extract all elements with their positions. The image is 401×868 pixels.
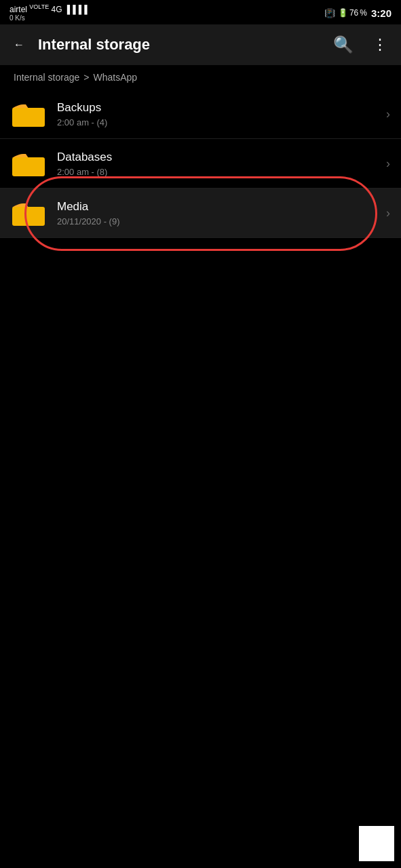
toolbar: ← Internal storage 🔍 ⋮ xyxy=(0,24,401,65)
clock: 3:20 xyxy=(371,7,392,19)
chevron-right-icon: › xyxy=(386,157,390,171)
file-name: Media xyxy=(57,200,386,214)
status-right: 📳 🔋76% 3:20 xyxy=(324,7,392,19)
list-item[interactable]: Backups 2:00 am - (4) › xyxy=(0,90,401,139)
battery-level: 76 xyxy=(349,8,358,18)
folder-icon xyxy=(11,99,46,129)
carrier-label: airtel VOLTE 4G ▐▐▐▐ xyxy=(9,3,88,14)
folder-icon xyxy=(11,149,46,178)
breadcrumb-separator: > xyxy=(83,72,89,83)
file-info: Media 20/11/2020 - (9) xyxy=(57,200,386,226)
status-icons: 📳 🔋76% xyxy=(324,8,367,18)
status-left: airtel VOLTE 4G ▐▐▐▐ 0 K/s xyxy=(9,3,88,22)
status-bar: airtel VOLTE 4G ▐▐▐▐ 0 K/s 📳 🔋76% 3:20 xyxy=(0,0,401,24)
svg-rect-2 xyxy=(12,207,45,226)
chevron-right-icon: › xyxy=(386,206,390,220)
breadcrumb: Internal storage > WhatsApp xyxy=(0,65,401,90)
file-info: Backups 2:00 am - (4) xyxy=(57,101,386,127)
file-info: Databases 2:00 am - (8) xyxy=(57,151,386,177)
file-meta: 2:00 am - (4) xyxy=(57,117,386,127)
file-meta: 2:00 am - (8) xyxy=(57,167,386,177)
file-name: Databases xyxy=(57,151,386,164)
list-item[interactable]: Databases 2:00 am - (8) › xyxy=(0,139,401,189)
network-speed: 0 K/s xyxy=(9,14,88,22)
page-title: Internal storage xyxy=(38,36,320,54)
svg-rect-0 xyxy=(12,108,45,127)
file-meta: 20/11/2020 - (9) xyxy=(57,216,386,226)
media-row-wrapper: Media 20/11/2020 - (9) › xyxy=(0,189,401,238)
chevron-right-icon: › xyxy=(386,107,390,121)
battery-icon: 🔋76% xyxy=(338,8,367,18)
bottom-square xyxy=(359,826,394,861)
file-name: Backups xyxy=(57,101,386,115)
file-list: Backups 2:00 am - (4) › Databases 2:00 a… xyxy=(0,90,401,238)
search-button[interactable]: 🔍 xyxy=(330,33,356,57)
toolbar-actions: 🔍 ⋮ xyxy=(330,33,390,57)
breadcrumb-parent[interactable]: Internal storage xyxy=(14,72,79,83)
vibrate-icon: 📳 xyxy=(324,8,335,18)
more-options-button[interactable]: ⋮ xyxy=(370,33,390,56)
list-item[interactable]: Media 20/11/2020 - (9) › xyxy=(0,189,401,238)
folder-icon xyxy=(11,198,46,228)
back-button[interactable]: ← xyxy=(11,36,27,54)
breadcrumb-current: WhatsApp xyxy=(93,72,137,83)
svg-rect-1 xyxy=(12,157,45,176)
